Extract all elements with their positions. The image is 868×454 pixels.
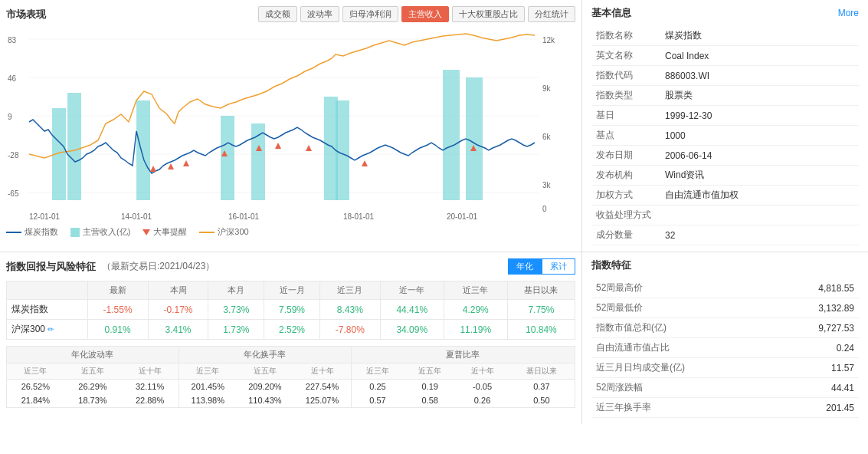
- coal-base: 7.75%: [507, 300, 575, 320]
- tab-fenhong[interactable]: 分红统计: [528, 6, 575, 22]
- char-row-low: 52周最低价 3,132.89: [591, 298, 859, 318]
- tab-chengjiaoe[interactable]: 成交额: [258, 6, 297, 22]
- info-value-code: 886003.WI: [660, 66, 859, 86]
- char-label-low: 52周最低价: [591, 298, 775, 318]
- char-label-mktcap: 指数市值总和(亿): [591, 318, 775, 338]
- info-label-weight: 加权方式: [591, 186, 660, 206]
- info-row-pubdate: 发布日期 2006-06-14: [591, 146, 859, 166]
- volatility-section: 年化波动率 近三年 近五年 近十年 26.52%: [7, 347, 179, 407]
- info-row-type: 指数类型 股票类: [591, 86, 859, 106]
- sp-col-3y: 近三年: [352, 364, 404, 380]
- svg-text:12k: 12k: [542, 36, 555, 44]
- char-value-low: 3,132.89: [775, 298, 859, 318]
- svg-marker-31: [183, 160, 189, 166]
- info-label-type: 指数类型: [591, 86, 660, 106]
- svg-rect-27: [443, 70, 460, 200]
- vol-col-5y: 近五年: [64, 364, 122, 380]
- legend-event: 大事提醒: [142, 226, 187, 238]
- svg-marker-30: [168, 163, 174, 169]
- sp-coal-5y: 0.19: [404, 380, 456, 394]
- svg-marker-35: [306, 145, 312, 151]
- csi300-1y: 34.09%: [380, 320, 444, 340]
- tab-shida[interactable]: 十大权重股占比: [452, 6, 525, 22]
- edit-icon[interactable]: ✏: [47, 325, 54, 334]
- info-row-basedate: 基日 1999-12-30: [591, 106, 859, 126]
- info-value-publisher: Wind资讯: [660, 166, 859, 186]
- coal-month: 3.73%: [208, 300, 264, 320]
- info-row-engname: 英文名称 Coal Index: [591, 46, 859, 66]
- toggle-cumulative[interactable]: 累计: [542, 258, 575, 275]
- vol-coal-3y: 26.52%: [7, 380, 64, 394]
- info-value-return: [660, 206, 859, 225]
- top-section: 市场表现 成交额 波动率 归母净利润 主营收入 十大权重股占比 分红统计 83 …: [0, 0, 868, 252]
- to-col-3y: 近三年: [179, 364, 237, 380]
- info-value-weight: 自由流通市值加权: [660, 186, 859, 206]
- tab-guimu[interactable]: 归母净利润: [342, 6, 398, 22]
- tab-zhuyingshouru[interactable]: 主营收入: [401, 6, 449, 22]
- info-row-count: 成分数量 32: [591, 225, 859, 245]
- volatility-header: 年化波动率: [7, 347, 179, 364]
- csi300-line-icon: [199, 232, 215, 233]
- svg-text:6k: 6k: [542, 133, 552, 141]
- chart-container: 83 46 9 -28 -65 12k 9k 6k 3k 0: [6, 31, 573, 223]
- legend-csi300-label: 沪深300: [218, 226, 248, 238]
- sp-row1: 0.25 0.19 -0.05 0.37: [352, 380, 575, 394]
- tab-bodonglu[interactable]: 波动率: [300, 6, 339, 22]
- chart-title: 市场表现: [6, 8, 46, 21]
- info-value-basedate: 1999-12-30: [660, 106, 859, 126]
- csi300-3y: 11.19%: [444, 320, 507, 340]
- col-3y: 近三年: [444, 281, 507, 300]
- event-triangle-icon: [142, 229, 150, 235]
- revenue-bar-icon: [70, 228, 80, 237]
- char-row-avgvol: 近三月日均成交量(亿) 11.57: [591, 358, 859, 378]
- col-base: 基日以来: [507, 281, 575, 300]
- svg-text:46: 46: [8, 74, 17, 83]
- turnover-table: 近三年 近五年 近十年 201.45% 209.20% 227.54%: [179, 364, 351, 407]
- coal-index-line-icon: [6, 232, 21, 233]
- return-header: 指数回报与风险特征 （最新交易日:2021/04/23） 年化 累计: [6, 258, 575, 275]
- info-header: 基本信息 More: [591, 6, 859, 20]
- legend-csi300: 沪深300: [199, 226, 248, 238]
- vol-csi-10y: 22.88%: [121, 393, 179, 407]
- col-week: 本周: [148, 281, 208, 300]
- svg-text:3k: 3k: [542, 181, 552, 189]
- svg-text:12-01-01: 12-01-01: [29, 212, 60, 221]
- char-row-52change: 52周涨跌幅 44.41: [591, 378, 859, 398]
- chart-area: 市场表现 成交额 波动率 归母净利润 主营收入 十大权重股占比 分红统计 83 …: [0, 0, 582, 252]
- sub-tables-container: 年化波动率 近三年 近五年 近十年 26.52%: [6, 346, 575, 408]
- info-value-pubdate: 2006-06-14: [660, 146, 859, 166]
- more-link[interactable]: More: [838, 8, 859, 18]
- to-coal-10y: 227.54%: [293, 380, 351, 394]
- char-value-freefloat: 0.24: [775, 338, 859, 358]
- toggle-annual[interactable]: 年化: [508, 258, 542, 275]
- svg-marker-34: [275, 143, 281, 149]
- sp-coal-3y: 0.25: [352, 380, 404, 394]
- sp-csi-5y: 0.58: [404, 393, 456, 407]
- coal-3m: 8.43%: [319, 300, 380, 320]
- info-label-engname: 英文名称: [591, 46, 660, 66]
- toggle-group: 年化 累计: [508, 258, 575, 275]
- svg-text:83: 83: [8, 36, 17, 44]
- char-value-mktcap: 9,727.53: [775, 318, 859, 338]
- col-name: [7, 281, 88, 300]
- col-1y: 近一年: [380, 281, 444, 300]
- vol-row2: 21.84% 18.73% 22.88%: [7, 393, 179, 407]
- info-label-basepoint: 基点: [591, 126, 660, 146]
- char-row-high: 52周最高价 4,818.55: [591, 278, 859, 298]
- info-label-code: 指数代码: [591, 66, 660, 86]
- info-label-name: 指数名称: [591, 26, 660, 46]
- info-row-basepoint: 基点 1000: [591, 126, 859, 146]
- turnover-header-row: 近三年 近五年 近十年: [179, 364, 351, 380]
- svg-rect-28: [466, 77, 483, 200]
- info-label-basedate: 基日: [591, 106, 660, 126]
- csi300-base: 10.84%: [507, 320, 575, 340]
- info-title: 基本信息: [591, 6, 631, 20]
- to-col-10y: 近十年: [293, 364, 351, 380]
- coal-3y: 4.29%: [444, 300, 507, 320]
- svg-text:16-01-01: 16-01-01: [228, 212, 259, 221]
- info-label-return: 收益处理方式: [591, 206, 660, 225]
- row-csi300: 沪深300 ✏ 0.91% 3.41% 1.73% 2.52% -7.80% 3…: [7, 320, 575, 340]
- legend-event-label: 大事提醒: [153, 226, 187, 238]
- sharpe-header-row: 近三年 近五年 近十年 基日以来: [352, 364, 575, 380]
- char-row-3yturnover: 近三年换手率 201.45: [591, 398, 859, 418]
